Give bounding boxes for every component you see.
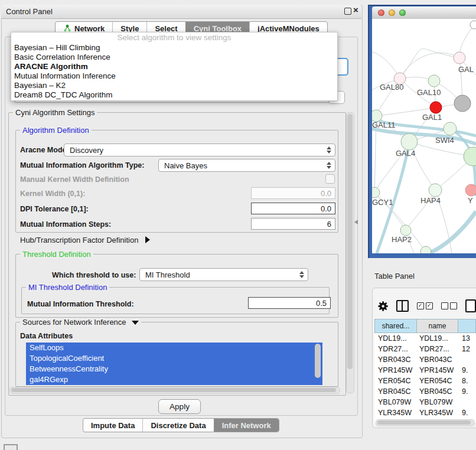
close-traffic-light-icon[interactable] xyxy=(378,9,384,16)
tab-impute-data[interactable]: Impute Data xyxy=(83,419,142,432)
attributes-scrollbar[interactable] xyxy=(315,344,321,378)
table-row[interactable]: YLR345WYLR345W9. xyxy=(374,407,476,418)
which-threshold-combo[interactable]: MI Threshold xyxy=(139,268,308,281)
mi-threshold-label: Mutual Information Threshold: xyxy=(27,300,134,308)
manual-kernel-checkbox[interactable] xyxy=(325,174,335,184)
network-node[interactable] xyxy=(464,147,476,166)
network-node-gal[interactable] xyxy=(454,52,465,64)
select-all-checkboxes-icon[interactable]: ✓✓ xyxy=(417,302,433,309)
column-header[interactable]: name xyxy=(417,319,458,333)
table-hscrollbar-thumb[interactable] xyxy=(377,420,471,425)
algorithm-option[interactable]: Bayesian – K2 xyxy=(11,81,337,90)
mi-threshold-title: MI Threshold Definition xyxy=(26,283,109,292)
algorithm-option[interactable]: Dream8 DC_TDC Algorithm xyxy=(11,90,337,100)
algorithm-option[interactable]: Bayesian – Hill Climbing xyxy=(11,43,337,53)
table-toolbar: ✓✓ xyxy=(378,297,476,315)
network-node-hap2[interactable] xyxy=(400,225,411,236)
column-header[interactable]: shared... xyxy=(374,319,417,333)
network-node-gal11[interactable] xyxy=(372,110,382,122)
network-node-gcy1[interactable] xyxy=(372,187,380,198)
table-row[interactable]: YDR27...YDR27...12 xyxy=(374,344,476,354)
table-cell: YBL079W xyxy=(374,397,417,407)
sources-group-title[interactable]: Sources for Network Inference xyxy=(20,318,141,327)
table-row[interactable]: YPR145WYPR145W9. xyxy=(374,365,476,376)
network-node-label: GAL1 xyxy=(422,113,442,122)
table-row[interactable]: YDL19...YDL19...13 xyxy=(374,333,476,344)
settings-hscrollbar-track[interactable] xyxy=(9,387,340,394)
network-node-gal1[interactable] xyxy=(430,102,442,113)
data-attribute-item[interactable]: BetweennessCentrality xyxy=(26,364,322,374)
network-node-gal10[interactable] xyxy=(428,75,440,87)
dpi-tolerance-field[interactable]: 0.0 xyxy=(251,203,335,214)
network-window-titlebar[interactable] xyxy=(372,6,476,19)
control-panel-titlebar[interactable] xyxy=(1,5,361,19)
column-header[interactable] xyxy=(458,319,476,333)
table-row[interactable]: YBL079WYBL079W xyxy=(374,397,476,407)
settings-hscrollbar-thumb[interactable] xyxy=(11,388,336,392)
apply-button[interactable]: Apply xyxy=(158,399,201,414)
data-attribute-item[interactable]: TopologicalCoefficient xyxy=(26,353,322,364)
kernel-width-label: Kernel Width (0,1): xyxy=(20,190,85,198)
table-cell: 12 xyxy=(458,344,476,354)
combo-arrows-icon xyxy=(327,162,331,169)
algorithm-option[interactable]: Mutual Information Inference xyxy=(11,71,337,81)
table-hscrollbar-track[interactable] xyxy=(376,419,475,426)
mi-algorithm-type-combo[interactable]: Naive Bayes xyxy=(158,159,335,172)
network-node-label: GCY1 xyxy=(372,198,393,207)
application-root: Control Panel × NetworkStyleSelectCyni T… xyxy=(0,0,476,450)
network-node[interactable] xyxy=(454,95,471,112)
table-row[interactable]: YER054CYER054C8. xyxy=(374,376,476,386)
dpi-tolerance-label: DPI Tolerance [0,1]: xyxy=(20,205,89,213)
data-attributes-label: Data Attributes xyxy=(20,332,73,340)
minimize-traffic-light-icon[interactable] xyxy=(389,9,395,16)
document-icon[interactable] xyxy=(465,299,476,312)
data-attribute-item[interactable]: gal4RGexp xyxy=(26,374,322,385)
table-cell: YBR045C xyxy=(374,386,417,397)
float-window-icon[interactable] xyxy=(344,8,351,15)
threshold-definition-title: Threshold Definition xyxy=(20,250,93,259)
algorithm-option[interactable]: ARACNE Algorithm xyxy=(11,62,337,71)
tab-discretize-data[interactable]: Discretize Data xyxy=(142,419,213,432)
network-node-swi4[interactable] xyxy=(444,122,457,135)
settings-vscrollbar-thumb[interactable] xyxy=(347,114,353,369)
network-node-hap4[interactable] xyxy=(429,184,442,197)
tab-label: Impute Data xyxy=(91,421,135,430)
algorithm-option[interactable]: Basic Correlation Inference xyxy=(11,53,337,62)
table-cell: 9. xyxy=(458,365,476,376)
control-panel-title: Control Panel xyxy=(6,7,53,16)
table-cell: YER054C xyxy=(417,376,458,386)
zoom-traffic-light-icon[interactable] xyxy=(399,9,406,16)
network-node-gal4[interactable] xyxy=(401,133,418,150)
table-row[interactable]: YBR045CYBR045C9. xyxy=(374,386,476,397)
gear-icon[interactable] xyxy=(378,301,388,312)
network-canvas[interactable]: GALGAL80GAL10GAL1GAL11SWI4GAL4GCY1HAP4YH… xyxy=(372,19,476,253)
algorithm-definition-title: Algorithm Definition xyxy=(20,126,92,135)
mi-threshold-field[interactable]: 0.5 xyxy=(248,297,331,309)
table-cell: YBL079W xyxy=(417,397,458,407)
tab-infer-network[interactable]: Infer Network xyxy=(214,419,279,432)
network-node-label: GAL xyxy=(458,65,474,74)
network-icon xyxy=(63,24,71,32)
close-icon[interactable]: × xyxy=(353,5,358,15)
network-node-y[interactable] xyxy=(465,184,476,196)
split-columns-icon[interactable] xyxy=(396,300,408,312)
settings-group-title: Cyni Algorithm Settings xyxy=(13,108,97,117)
table-panel-title: Table Panel xyxy=(374,272,415,281)
data-attributes-list[interactable]: SelfLoopsTopologicalCoefficientBetweenne… xyxy=(26,343,322,385)
deselect-all-checkboxes-icon[interactable] xyxy=(441,302,457,309)
network-node[interactable] xyxy=(470,21,476,29)
aracne-mode-combo[interactable]: Discovery xyxy=(64,144,335,156)
data-attribute-item[interactable]: SelfLoops xyxy=(26,343,322,353)
settings-vscrollbar-track[interactable] xyxy=(346,112,354,393)
combo-arrows-icon xyxy=(299,271,304,278)
table-row[interactable]: YBR043CYBR043C xyxy=(374,354,476,365)
splitter-handle-icon[interactable] xyxy=(354,220,358,224)
network-node-label: HAP2 xyxy=(392,235,412,244)
collapse-down-icon xyxy=(132,321,139,325)
network-node[interactable] xyxy=(420,246,431,253)
hub-definition-toggle[interactable]: Hub/Transcription Factor Definition xyxy=(20,236,150,244)
network-node-label: Y xyxy=(468,196,473,205)
minimized-panel-icon[interactable] xyxy=(4,444,18,450)
mi-steps-field[interactable]: 6 xyxy=(251,218,335,230)
network-node-label: GAL11 xyxy=(372,120,396,129)
